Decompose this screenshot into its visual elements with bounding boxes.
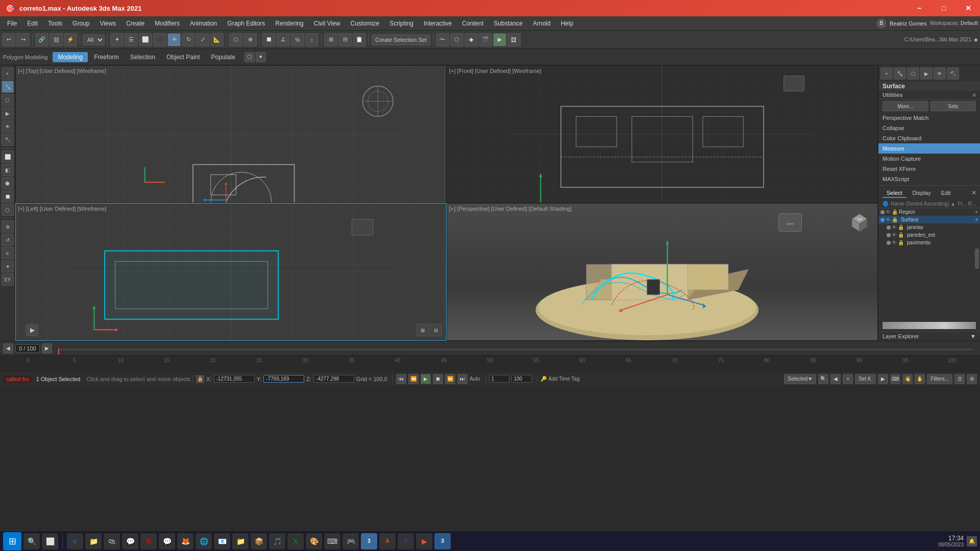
taskbar-pcs[interactable]: ▶ [416,533,432,549]
tab-populate[interactable]: Populate [206,52,240,62]
taskbar-store[interactable]: 🛍 [104,533,120,549]
key-tool-3[interactable]: ☰ [954,374,965,384]
menu-graph-editors[interactable]: Graph Editors [222,18,270,29]
taskbar-zip[interactable]: 📦 [251,533,267,549]
snap-toggle[interactable]: 🔲 [262,33,276,46]
align-button[interactable]: ⊟ [338,33,352,46]
ref-coord-button[interactable]: ⬡ [229,33,242,46]
display-btn[interactable]: 👁 [2,120,14,133]
viewport-left[interactable]: [+] [Left] [User Defined] [Wireframe] ▶ [15,203,447,341]
tab-modeling[interactable]: Modeling [53,52,88,62]
select-button[interactable]: ✦ [110,33,124,46]
pm-icon-btn-1[interactable]: ⬡ [244,52,255,62]
select-move-button[interactable]: ✛ [167,33,181,46]
panel-icon-hierarchy[interactable]: ⬡ [907,67,919,80]
motion-btn[interactable]: ▶ [2,107,14,119]
taskbar-revit[interactable]: R [398,533,414,549]
unlink-button[interactable]: ⛓ [50,33,63,46]
key-tool-4[interactable]: ⚙ [967,374,977,384]
collapse-item[interactable]: Collapse [878,123,980,133]
create-panel-btn[interactable]: + [2,67,14,80]
panel-icon-create[interactable]: + [880,67,893,80]
curve-editor-btn[interactable]: 〜 [436,33,449,46]
taskbar-autocad[interactable]: A [379,533,396,549]
taskbar-search[interactable]: 🔍 [23,533,40,549]
render-btn[interactable]: ▶ [493,33,506,46]
more-button[interactable]: More... [883,101,928,111]
menu-group[interactable]: Group [67,18,94,29]
region-add-icon[interactable]: + [975,209,978,215]
taskbar-explorer[interactable]: 📁 [85,533,102,549]
taskbar-mail[interactable]: 📧 [214,533,230,549]
menu-file[interactable]: File [2,18,22,29]
add-time-tag-label[interactable]: Add Time Tag [549,376,580,382]
modify-panel-btn[interactable]: 🔧 [2,81,14,93]
undo-button[interactable]: ↩ [2,33,15,46]
taskbar-discord[interactable]: 💬 [159,533,175,549]
tab-freeform[interactable]: Freeform [89,52,124,62]
rotate-button[interactable]: ↻ [182,33,195,46]
filters-button[interactable]: Filters... [927,374,952,384]
menu-animation[interactable]: Animation [185,18,222,29]
panel-icon-motion[interactable]: ▶ [920,67,933,80]
pivot-button[interactable]: ⊕ [243,33,257,46]
mirror-button[interactable]: ⊞ [324,33,337,46]
menu-edit[interactable]: Edit [22,18,43,29]
layer-explorer-section[interactable]: Layer Explorer ▼ [878,331,980,341]
maximize-button[interactable]: □ [932,0,955,16]
left-tool-9[interactable]: ✦ [2,260,14,272]
left-tool-1[interactable]: ⬜ [2,151,14,163]
taskbar-music[interactable]: 🎵 [269,533,285,549]
link-button[interactable]: 🔗 [35,33,48,46]
frame-field[interactable] [489,375,509,383]
angle-snap[interactable]: ∠ [277,33,290,46]
panel-close-button[interactable]: ✕ [970,189,978,197]
measure-item[interactable]: Measure [878,143,980,154]
tab-edit[interactable]: Edit [937,189,955,198]
taskbar-chrome[interactable]: 🌐 [195,533,212,549]
taskbar-teams[interactable]: 💬 [122,533,138,549]
taskbar-taskview[interactable]: ⬜ [42,533,58,549]
taskbar-excel[interactable]: X [287,533,304,549]
menu-help[interactable]: Help [556,18,579,29]
menu-interactive[interactable]: Interactive [419,18,457,29]
panel-icon-utilities[interactable]: 🔨 [947,67,959,80]
set-key-mode-btn[interactable]: ⌨ [890,374,900,384]
scale-button[interactable]: ⤢ [196,33,209,46]
stop-btn[interactable]: ⏹ [433,374,443,384]
view-grid-button[interactable]: ⊟ [430,324,442,336]
utilities-btn[interactable]: 🔨 [2,134,14,146]
utilities-menu-icon[interactable]: ≡ [973,92,976,98]
left-tool-10[interactable]: XY [2,273,14,286]
key-nav-btn[interactable]: ◀ [830,374,841,384]
go-start-btn[interactable]: ⏮ [396,374,406,384]
create-selection-set-button[interactable]: Create Selection Set [372,34,430,45]
window-crossing-button[interactable]: ⬛ [153,33,166,46]
prev-frame-btn[interactable]: ⏪ [408,374,419,384]
menu-content[interactable]: Content [457,18,488,29]
view-cube[interactable]: TOP [847,209,872,234]
viewport-front[interactable]: [+] [Front] [User Defined] [Wireframe] [447,65,878,203]
next-frame-btn[interactable]: ⏩ [445,374,455,384]
redo-button[interactable]: ↪ [16,33,30,46]
left-tool-3[interactable]: ⬟ [2,177,14,189]
menu-tools[interactable]: Tools [43,18,67,29]
go-end-btn[interactable]: ⏭ [457,374,468,384]
layer-button[interactable]: 📋 [353,33,366,46]
render-frame-btn[interactable]: 🖼 [507,33,521,46]
timeline-next-btn[interactable]: ▶ [42,343,52,354]
list-item-surface[interactable]: 👁 🔒 Surface + [878,216,980,223]
minimize-button[interactable]: − [908,0,931,16]
close-button[interactable]: ✕ [957,0,980,16]
taskbar-firefox[interactable]: 🦊 [177,533,193,549]
y-field[interactable] [263,375,304,383]
key-search-btn[interactable]: 🔍 [818,374,828,384]
panel-icon-modify[interactable]: 🔧 [894,67,906,80]
hierarchy-btn[interactable]: ⬡ [2,94,14,106]
menu-create[interactable]: Create [121,18,150,29]
menu-modifiers[interactable]: Modifiers [150,18,185,29]
key-add-btn[interactable]: + [843,374,853,384]
key-nav2-btn[interactable]: ▶ [878,374,888,384]
timeline-slider-area[interactable] [58,346,973,350]
timeline-playhead[interactable] [58,348,59,355]
